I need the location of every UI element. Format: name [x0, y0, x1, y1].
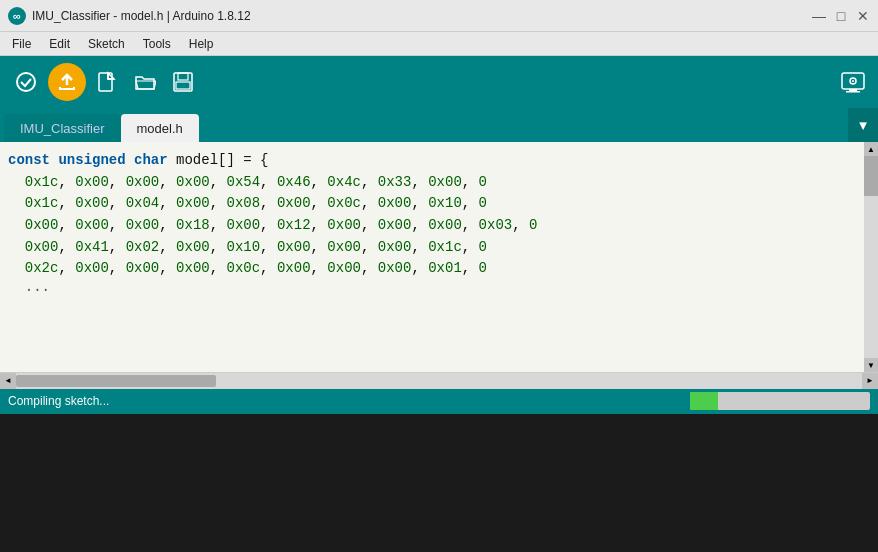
title-bar: ∞ IMU_Classifier - model.h | Arduino 1.8… [0, 0, 878, 32]
scroll-left-button[interactable]: ◄ [0, 373, 16, 389]
vscroll-thumb[interactable] [864, 156, 878, 196]
arduino-logo-icon: ∞ [8, 7, 26, 25]
save-button[interactable] [166, 65, 200, 99]
close-button[interactable]: ✕ [856, 9, 870, 23]
svg-rect-8 [846, 91, 860, 93]
scroll-right-button[interactable]: ► [862, 373, 878, 389]
svg-rect-7 [849, 89, 857, 91]
open-button[interactable] [128, 65, 162, 99]
black-area [0, 414, 878, 552]
title-controls: — □ ✕ [812, 9, 870, 23]
status-bar: Compiling sketch... [0, 388, 878, 414]
progress-bar-fill [690, 392, 718, 410]
code-line-4: 0x00, 0x41, 0x02, 0x00, 0x10, 0x00, 0x00… [8, 237, 858, 259]
verify-button[interactable] [8, 64, 44, 100]
menu-tools[interactable]: Tools [135, 35, 179, 53]
svg-marker-2 [108, 73, 114, 79]
code-line-3: 0x00, 0x00, 0x00, 0x18, 0x00, 0x12, 0x00… [8, 215, 858, 237]
serial-monitor-button[interactable] [836, 65, 870, 99]
menu-file[interactable]: File [4, 35, 39, 53]
horizontal-scrollbar: ◄ ► [0, 372, 878, 388]
svg-point-0 [17, 73, 35, 91]
code-line-2: 0x1c, 0x00, 0x04, 0x00, 0x08, 0x00, 0x0c… [8, 193, 858, 215]
tab-imu-classifier[interactable]: IMU_Classifier [4, 114, 121, 142]
status-text: Compiling sketch... [8, 394, 109, 408]
code-editor[interactable]: const unsigned char model[] = { 0x1c, 0x… [0, 142, 878, 372]
tabs-bar: IMU_Classifier model.h ▼ [0, 108, 878, 142]
code-line-6: ··· [8, 280, 858, 302]
menu-bar: File Edit Sketch Tools Help [0, 32, 878, 56]
scroll-down-button[interactable]: ▼ [864, 358, 878, 372]
hscroll-thumb[interactable] [16, 375, 216, 387]
minimize-button[interactable]: — [812, 9, 826, 23]
progress-bar-container [690, 392, 870, 410]
code-line-5: 0x2c, 0x00, 0x00, 0x00, 0x0c, 0x00, 0x00… [8, 258, 858, 280]
menu-edit[interactable]: Edit [41, 35, 78, 53]
editor-container: const unsigned char model[] = { 0x1c, 0x… [0, 142, 878, 372]
code-line-0: const unsigned char model[] = { [8, 150, 858, 172]
hscroll-track [16, 373, 862, 389]
upload-button[interactable] [48, 63, 86, 101]
tab-model-h[interactable]: model.h [121, 114, 199, 142]
title-left: ∞ IMU_Classifier - model.h | Arduino 1.8… [8, 7, 251, 25]
new-button[interactable] [90, 65, 124, 99]
svg-rect-4 [178, 73, 188, 80]
menu-help[interactable]: Help [181, 35, 222, 53]
title-text: IMU_Classifier - model.h | Arduino 1.8.1… [32, 9, 251, 23]
scroll-up-button[interactable]: ▲ [864, 142, 878, 156]
maximize-button[interactable]: □ [834, 9, 848, 23]
svg-rect-5 [176, 82, 190, 89]
svg-point-10 [852, 80, 854, 82]
vscroll-track [864, 156, 878, 358]
menu-sketch[interactable]: Sketch [80, 35, 133, 53]
tabs-dropdown-button[interactable]: ▼ [848, 108, 878, 142]
toolbar [0, 56, 878, 108]
code-line-1: 0x1c, 0x00, 0x00, 0x00, 0x54, 0x46, 0x4c… [8, 172, 858, 194]
vertical-scrollbar: ▲ ▼ [864, 142, 878, 372]
